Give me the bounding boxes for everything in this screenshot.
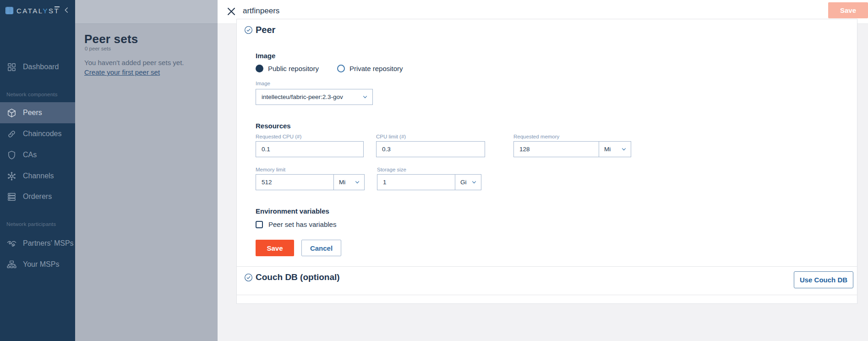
requested-memory-field: Requested memory Mi: [513, 134, 631, 157]
sidebar-item-label: Peers: [23, 109, 42, 117]
save-button[interactable]: Save: [256, 240, 294, 256]
peer-sets-count: 0 peer sets: [85, 46, 111, 51]
sidebar-item-channels[interactable]: Channels: [0, 165, 75, 187]
requested-cpu-label: Requested CPU (#): [256, 134, 364, 139]
editor-content: Save Peer Image Public repository Privat…: [218, 0, 868, 341]
memory-limit-input[interactable]: [256, 174, 334, 190]
check-circle-icon: [244, 25, 253, 35]
sidebar-item-dashboard[interactable]: Dashboard: [0, 56, 75, 77]
storage-size-field: Storage size Gi: [377, 167, 481, 190]
topbar-save-button[interactable]: Save: [828, 2, 868, 18]
memory-limit-label: Memory limit: [256, 167, 365, 172]
cancel-button[interactable]: Cancel: [301, 240, 341, 256]
sidebar-item-cas[interactable]: CAs: [0, 144, 75, 165]
private-repository-radio[interactable]: [337, 65, 345, 72]
public-repository-label: Public repository: [268, 65, 319, 72]
image-heading: Image: [256, 52, 275, 60]
storage-size-input[interactable]: [377, 174, 455, 190]
requested-memory-label: Requested memory: [513, 134, 631, 139]
cpu-limit-label: CPU limit (#): [376, 134, 485, 139]
check-circle-icon: [244, 273, 253, 282]
env-variables-row: Peer set has variables: [256, 220, 336, 228]
chain-link-icon: [6, 129, 17, 139]
storage-size-label: Storage size: [377, 167, 481, 172]
app-root: CATALYST Dashboard Network components Pe…: [0, 0, 868, 341]
section-divider: [237, 266, 857, 267]
requested-cpu-field: Requested CPU (#): [256, 134, 364, 157]
chevron-left-icon: [61, 5, 71, 15]
cube-icon: [6, 108, 17, 118]
peer-form-card: Peer Image Public repository Private rep…: [236, 19, 857, 304]
sidebar-item-peers[interactable]: Peers: [0, 102, 75, 123]
panel-topbar: [75, 0, 218, 24]
empty-state: You haven't added peer sets yet. Create …: [84, 58, 184, 77]
sidebar-collapse-button[interactable]: [61, 5, 71, 15]
image-select-label: Image: [256, 81, 270, 86]
unit-value: Mi: [339, 179, 345, 186]
memory-limit-field: Memory limit Mi: [256, 167, 365, 190]
peer-sets-panel: Peer sets 0 peer sets You haven't added …: [75, 0, 218, 341]
close-icon: [226, 6, 237, 17]
chevron-down-icon: [355, 180, 360, 185]
chevron-down-icon: [362, 94, 368, 100]
cpu-limit-input[interactable]: [376, 141, 485, 157]
env-variables-heading: Environment variables: [256, 207, 329, 215]
sidebar-section-network-participants: Network participants: [6, 221, 56, 227]
server-stack-icon: [6, 192, 17, 202]
peer-set-has-variables-checkbox[interactable]: [256, 221, 263, 228]
shield-icon: [6, 150, 17, 160]
sidebar-item-label: Your MSPs: [23, 260, 59, 269]
sidebar-item-label: Orderers: [23, 192, 52, 201]
requested-memory-input[interactable]: [513, 141, 599, 157]
peer-section-header: Peer: [244, 25, 275, 35]
page-title: Peer sets: [84, 32, 138, 46]
cpu-limit-field: CPU limit (#): [376, 134, 485, 157]
empty-state-text: You haven't added peer sets yet.: [84, 59, 184, 66]
network-hub-icon: [6, 171, 17, 182]
requested-cpu-input[interactable]: [256, 141, 364, 157]
sidebar-item-your-msps[interactable]: Your MSPs: [0, 254, 75, 275]
sidebar-item-label: Channels: [23, 172, 54, 180]
peer-set-name-input[interactable]: [242, 6, 336, 19]
memory-limit-unit-select[interactable]: Mi: [333, 174, 365, 190]
couchdb-section-header: Couch DB (optional): [244, 272, 340, 282]
close-button[interactable]: [226, 6, 237, 17]
chevron-down-icon: [621, 147, 627, 152]
dashboard-icon: [6, 62, 17, 72]
sidebar-item-label: CAs: [23, 151, 37, 159]
section-title: Couch DB (optional): [256, 272, 340, 282]
use-couchdb-button[interactable]: Use Couch DB: [794, 271, 853, 288]
brand-wordmark: CATALYST: [16, 6, 60, 15]
handshake-icon: [6, 238, 17, 249]
sidebar-item-label: Partners’ MSPs: [23, 239, 74, 248]
sidebar-item-orderers[interactable]: Orderers: [0, 186, 75, 207]
repository-radio-group: Public repository Private repository: [256, 65, 421, 72]
resources-heading: Resources: [256, 122, 291, 130]
image-select-value: intellecteu/fabric-peer:2.3-gov: [262, 94, 343, 100]
requested-memory-unit-select[interactable]: Mi: [599, 141, 631, 157]
sidebar-item-partners-msps[interactable]: Partners’ MSPs: [0, 233, 75, 254]
org-chart-icon: [6, 259, 17, 270]
unit-value: Gi: [460, 179, 467, 186]
peer-set-has-variables-label: Peer set has variables: [268, 220, 336, 228]
image-select[interactable]: intellecteu/fabric-peer:2.3-gov: [256, 89, 373, 105]
section-title: Peer: [256, 25, 275, 35]
chevron-down-icon: [471, 180, 477, 185]
private-repository-label: Private repository: [349, 65, 403, 72]
unit-value: Mi: [604, 146, 611, 153]
catalyst-logo-icon: [5, 7, 13, 14]
sidebar-item-label: Dashboard: [23, 63, 59, 71]
sidebar-item-label: Chaincodes: [23, 130, 62, 138]
brand: CATALYST: [5, 5, 71, 16]
public-repository-radio[interactable]: [256, 65, 263, 72]
section-divider: [237, 295, 857, 295]
sidebar-section-network-components: Network components: [6, 92, 58, 97]
sidebar-item-chaincodes[interactable]: Chaincodes: [0, 123, 75, 144]
storage-size-unit-select[interactable]: Gi: [455, 174, 481, 190]
create-first-peer-set-link[interactable]: Create your first peer set: [84, 68, 160, 77]
sidebar: CATALYST Dashboard Network components Pe…: [0, 0, 75, 341]
